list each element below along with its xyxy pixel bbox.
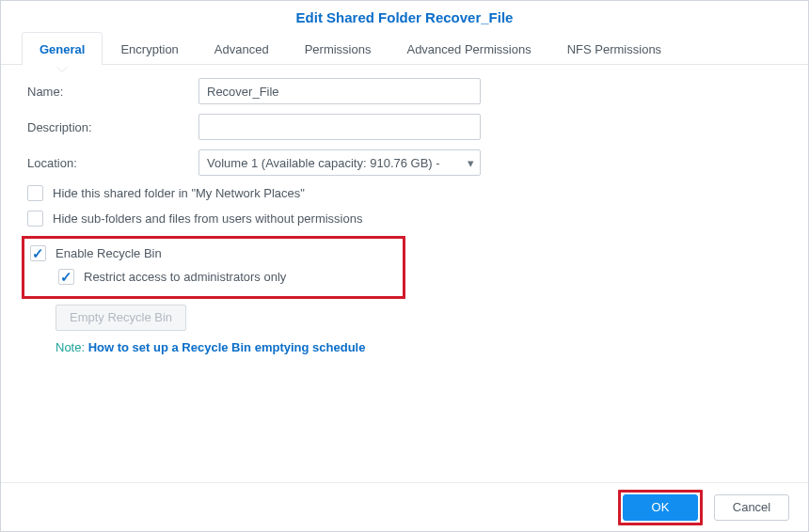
enable-recycle-label: Enable Recycle Bin <box>56 246 162 260</box>
restrict-admins-checkbox[interactable] <box>58 269 74 285</box>
location-value: Volume 1 (Available capacity: 910.76 GB)… <box>207 156 440 170</box>
name-row: Name: <box>27 78 782 104</box>
hide-network-row[interactable]: Hide this shared folder in "My Network P… <box>27 185 782 201</box>
edit-shared-folder-dialog: Edit Shared Folder Recover_File General … <box>0 0 809 532</box>
tab-nfs-permissions[interactable]: NFS Permissions <box>549 32 679 65</box>
note-prefix: Note: <box>56 340 88 354</box>
recycle-schedule-link[interactable]: How to set up a Recycle Bin emptying sch… <box>88 340 366 354</box>
tab-general[interactable]: General <box>22 32 103 65</box>
location-label: Location: <box>27 156 198 170</box>
dialog-title: Edit Shared Folder Recover_File <box>1 1 808 32</box>
location-select[interactable]: Volume 1 (Available capacity: 910.76 GB)… <box>198 149 481 176</box>
enable-recycle-row[interactable]: Enable Recycle Bin <box>30 245 397 261</box>
description-row: Description: <box>27 114 782 140</box>
restrict-admins-row[interactable]: Restrict access to administrators only <box>58 269 397 285</box>
restrict-admins-label: Restrict access to administrators only <box>84 270 286 284</box>
hide-network-label: Hide this shared folder in "My Network P… <box>53 186 305 200</box>
tab-permissions[interactable]: Permissions <box>287 32 389 65</box>
enable-recycle-checkbox[interactable] <box>30 245 46 261</box>
dialog-footer: OK Cancel <box>1 482 808 531</box>
note-line: Note: How to set up a Recycle Bin emptyi… <box>56 340 782 354</box>
hide-network-checkbox[interactable] <box>27 185 43 201</box>
recycle-bin-highlight: Enable Recycle Bin Restrict access to ad… <box>22 236 405 299</box>
tab-encryption[interactable]: Encryption <box>103 32 196 65</box>
content-area: Name: Description: Location: Volume 1 (A… <box>1 65 808 482</box>
hide-subfolders-row[interactable]: Hide sub-folders and files from users wi… <box>27 211 782 227</box>
chevron-down-icon: ▾ <box>468 156 474 170</box>
empty-recycle-bin-button: Empty Recycle Bin <box>56 305 186 331</box>
hide-subfolders-label: Hide sub-folders and files from users wi… <box>53 211 362 226</box>
tab-bar: General Encryption Advanced Permissions … <box>1 32 808 65</box>
ok-button-highlight: OK <box>618 490 703 525</box>
tab-advanced[interactable]: Advanced <box>197 32 287 65</box>
description-label: Description: <box>27 120 198 134</box>
cancel-button[interactable]: Cancel <box>714 494 789 521</box>
name-input[interactable] <box>198 78 481 104</box>
description-input[interactable] <box>198 114 481 140</box>
name-label: Name: <box>27 85 198 99</box>
hide-subfolders-checkbox[interactable] <box>27 211 43 227</box>
location-row: Location: Volume 1 (Available capacity: … <box>27 149 782 176</box>
tab-advanced-permissions[interactable]: Advanced Permissions <box>389 32 548 65</box>
ok-button[interactable]: OK <box>623 494 698 521</box>
